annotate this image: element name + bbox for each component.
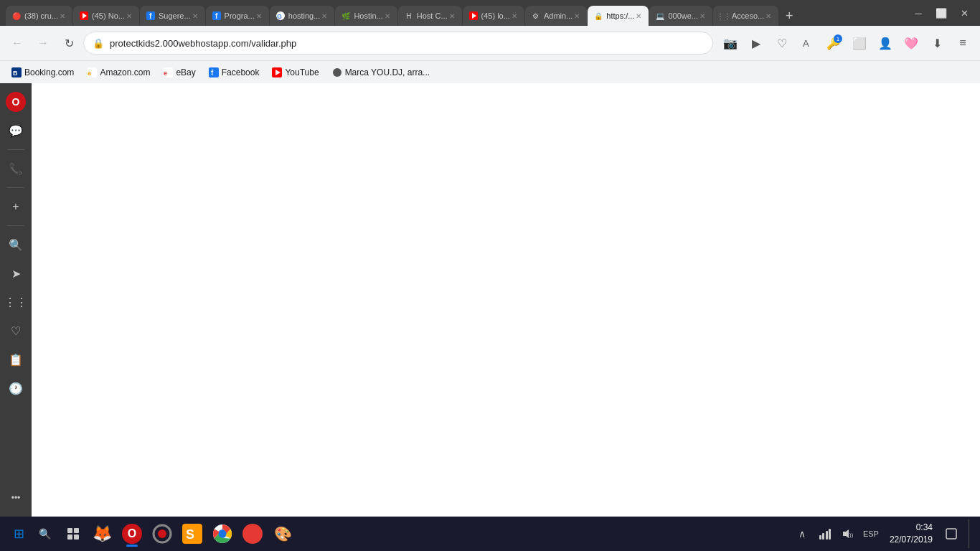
taskbar-firefox[interactable]: 🦊 xyxy=(88,519,116,548)
svg-text:B: B xyxy=(13,70,18,77)
bookmark-bm5[interactable]: YouTube xyxy=(266,65,324,80)
taskbar-opera-icon: O xyxy=(122,524,142,544)
browser-tab-tab6[interactable]: 🌿Hostin...✕ xyxy=(335,6,397,26)
extension2-icon[interactable]: ⬜ xyxy=(848,32,871,55)
sidebar-item-bookmarks-side[interactable]: ♡ xyxy=(3,318,29,344)
svg-text:)): )) xyxy=(849,532,854,538)
reload-button[interactable]: ↻ xyxy=(57,32,80,55)
start-icon: ⊞ xyxy=(14,526,24,542)
taskbar-task-view[interactable] xyxy=(60,521,86,547)
taskbar-sublime[interactable]: S xyxy=(178,519,207,548)
bookmarks-bar: BBooking.comaAmazon.comeeBayfFacebookYou… xyxy=(0,60,980,83)
browser-tab-tab8[interactable]: (45) lo...✕ xyxy=(463,6,524,26)
sidebar-opera-logo[interactable]: O xyxy=(3,89,29,115)
tab-close-button[interactable]: ✕ xyxy=(320,11,329,22)
tray-speaker-icon[interactable]: )) xyxy=(838,524,858,544)
lock-icon: 🔒 xyxy=(93,38,104,49)
sidebar-item-new-tab[interactable]: + xyxy=(3,194,29,220)
taskbar-paint[interactable]: 🎨 xyxy=(268,519,297,548)
bookmark-bm3[interactable]: eeBay xyxy=(157,65,201,80)
extension3-icon[interactable]: 👤 xyxy=(874,32,897,55)
minimize-button[interactable]: ─ xyxy=(908,3,928,23)
sidebar-item-more[interactable]: ••• xyxy=(3,485,29,511)
browser-tab-tab4[interactable]: fProgra...✕ xyxy=(206,6,269,26)
tab-close-button[interactable]: ✕ xyxy=(573,11,581,22)
tab-close-button[interactable]: ✕ xyxy=(58,11,67,22)
navigation-bar: ← → ↻ 🔒 protectkids2.000webhostapp.com/v… xyxy=(0,26,980,60)
back-button[interactable]: ← xyxy=(6,32,29,55)
svg-rect-24 xyxy=(67,534,72,540)
translate-icon[interactable]: A xyxy=(796,32,819,55)
tab-favicon: 💻 xyxy=(655,11,665,21)
browser-tab-tab1[interactable]: 🔴(38) cru...✕ xyxy=(6,6,72,26)
heart-icon[interactable]: ♡ xyxy=(771,32,793,55)
tab-label: (38) cru... xyxy=(24,11,58,20)
tab-close-button[interactable]: ✕ xyxy=(510,11,519,22)
sidebar-item-flow[interactable]: ➤ xyxy=(3,260,29,286)
url-domain: 000webhostapp.com xyxy=(163,38,249,49)
tab-close-button[interactable]: ✕ xyxy=(383,11,392,22)
browser-tab-tab9[interactable]: ⚙Admin...✕ xyxy=(525,6,587,26)
taskbar-app-circ[interactable] xyxy=(148,519,176,548)
bookmark-bm1[interactable]: BBooking.com xyxy=(6,65,80,80)
tray-notification-icon[interactable] xyxy=(941,524,961,544)
forward-button[interactable]: → xyxy=(32,32,55,55)
sidebar-divider xyxy=(7,225,24,226)
tab-close-button[interactable]: ✕ xyxy=(764,11,773,22)
browser-tab-tab7[interactable]: HHost C...✕ xyxy=(398,6,462,26)
taskbar-opera[interactable]: O xyxy=(118,519,146,548)
browser-tab-tab11[interactable]: 💻000we...✕ xyxy=(649,6,712,26)
new-tab-button[interactable]: + xyxy=(779,6,799,26)
svg-rect-33 xyxy=(822,533,824,540)
main-content xyxy=(32,83,980,517)
menu-icon[interactable]: ≡ xyxy=(951,32,974,55)
start-button[interactable]: ⊞ xyxy=(6,521,32,547)
taskbar-red-app[interactable] xyxy=(238,519,267,548)
browser-tab-tab2[interactable]: (45) No...✕ xyxy=(73,6,139,26)
browser-tab-tab5[interactable]: Ghosting...✕ xyxy=(270,6,335,26)
tab-favicon xyxy=(468,11,479,21)
browser-tab-tab12[interactable]: ⋮⋮Acceso...✕ xyxy=(713,6,778,26)
tab-label: Progra... xyxy=(225,11,255,20)
screenshot-icon[interactable]: 📷 xyxy=(719,32,742,55)
sidebar-item-phone[interactable]: 📞 xyxy=(3,156,29,182)
extension4-icon[interactable]: 🩷 xyxy=(900,32,923,55)
tray-overflow-button[interactable]: ∧ xyxy=(792,524,812,544)
address-bar[interactable]: 🔒 protectkids2.000webhostapp.com/validar… xyxy=(83,32,713,55)
browser-tab-tab3[interactable]: fSugere...✕ xyxy=(140,6,205,26)
show-desktop-button[interactable] xyxy=(969,519,974,548)
play-icon[interactable]: ▶ xyxy=(745,32,768,55)
bookmark-favicon: a xyxy=(87,67,97,77)
tray-language-indicator[interactable]: ESP xyxy=(861,524,881,544)
tab-close-button[interactable]: ✕ xyxy=(255,11,263,22)
sidebar-item-clipboard[interactable]: 📋 xyxy=(3,347,29,372)
bookmark-favicon xyxy=(332,67,342,77)
sidebar-item-search[interactable]: 🔍 xyxy=(3,232,29,258)
tab-close-button[interactable]: ✕ xyxy=(634,11,643,22)
browser-window: 🔴(38) cru...✕(45) No...✕fSugere...✕fProg… xyxy=(0,0,980,551)
close-button[interactable]: ✕ xyxy=(954,3,974,23)
tab-favicon: 🔴 xyxy=(11,11,22,21)
bookmark-bm2[interactable]: aAmazon.com xyxy=(81,65,156,80)
tab-favicon: f xyxy=(212,11,222,21)
tray-network-icon[interactable] xyxy=(815,524,835,544)
sidebar-item-apps[interactable]: ⋮⋮ xyxy=(3,289,29,315)
sidebar-item-messenger[interactable]: 💬 xyxy=(3,118,29,143)
extension1-icon[interactable]: 🔑1 xyxy=(822,32,845,55)
bookmark-bm4[interactable]: fFacebook xyxy=(203,65,265,80)
tab-close-button[interactable]: ✕ xyxy=(191,11,199,22)
taskbar-clock[interactable]: 0:3422/07/2019 xyxy=(884,522,938,546)
tab-label: Sugere... xyxy=(159,11,191,20)
sidebar-item-history[interactable]: 🕐 xyxy=(3,375,29,401)
bookmark-bm6[interactable]: Marca YOU.DJ, arra... xyxy=(326,65,435,80)
bookmark-label: eBay xyxy=(176,67,195,77)
tab-close-button[interactable]: ✕ xyxy=(125,11,133,22)
tab-label: Hostin... xyxy=(354,11,382,20)
browser-tab-tab10[interactable]: 🔒https:/...✕ xyxy=(588,6,649,26)
maximize-button[interactable]: ⬜ xyxy=(931,3,951,23)
tab-close-button[interactable]: ✕ xyxy=(698,11,707,22)
taskbar-chrome[interactable] xyxy=(208,519,237,548)
taskbar-search-button[interactable]: 🔍 xyxy=(33,522,56,545)
download-icon[interactable]: ⬇ xyxy=(925,32,948,55)
tab-close-button[interactable]: ✕ xyxy=(448,11,456,22)
